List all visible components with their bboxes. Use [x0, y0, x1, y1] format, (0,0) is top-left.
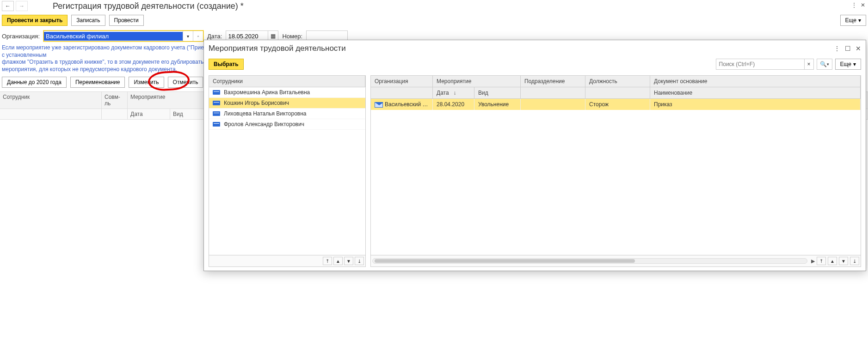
- back-button[interactable]: ←: [2, 1, 14, 11]
- col-org: Организация: [371, 76, 433, 87]
- col-dept: Подразделение: [521, 76, 585, 87]
- event-row[interactable]: Васильевский фи... 28.04.2020 Увольнение…: [371, 99, 861, 110]
- scroll-bottom-icon[interactable]: ⤓: [355, 257, 364, 265]
- col-employee: Сотрудник: [0, 92, 102, 109]
- dropdown-icon[interactable]: ▾: [183, 31, 193, 41]
- cancel-button[interactable]: Отменить: [168, 77, 203, 88]
- employees-header: Сотрудники: [209, 76, 365, 87]
- scroll-right-icon[interactable]: ▶: [811, 258, 815, 264]
- employees-panel: Сотрудники Вахромешина Арина Витальевна …: [209, 75, 366, 267]
- sort-asc-icon: ↓: [454, 90, 456, 96]
- save-button[interactable]: Записать: [71, 15, 105, 26]
- date-label: Дата:: [207, 33, 222, 40]
- close-icon[interactable]: ✕: [856, 45, 861, 52]
- col-date[interactable]: Дата ↓: [433, 87, 474, 98]
- before-2020-button[interactable]: Данные до 2020 года: [2, 77, 67, 88]
- dialog-more-button[interactable]: Еще ▾: [835, 59, 861, 70]
- select-button[interactable]: Выбрать: [209, 59, 244, 70]
- person-icon: [213, 101, 220, 105]
- employee-row[interactable]: Вахромешина Арина Витальевна: [209, 87, 365, 98]
- person-icon: [213, 90, 220, 95]
- org-field[interactable]: ▾ ▫: [43, 30, 203, 42]
- post-button[interactable]: Провести: [109, 15, 144, 26]
- scroll-up-icon[interactable]: ▲: [828, 257, 837, 265]
- org-label: Организация:: [2, 33, 40, 40]
- scroll-down-icon[interactable]: ▼: [839, 257, 848, 265]
- dialog-title: Мероприятия трудовой деятельности: [209, 44, 346, 53]
- employee-row[interactable]: Фролов Александр Викторович: [209, 119, 365, 130]
- search-icon: 🔍: [820, 61, 827, 67]
- col-event: Мероприятие: [433, 76, 521, 87]
- close-icon[interactable]: ✕: [861, 2, 865, 8]
- chevron-down-icon: ▾: [853, 61, 856, 67]
- scroll-bottom-icon[interactable]: ⤓: [850, 257, 859, 265]
- chevron-down-icon: ▾: [827, 62, 829, 67]
- edit-button[interactable]: Изменить: [129, 77, 164, 88]
- chevron-down-icon: ▾: [858, 17, 861, 24]
- page-title: Регистрация трудовой деятельности (созда…: [53, 1, 244, 11]
- col-parttime: Совм-ль: [102, 92, 128, 109]
- col-basis: Документ основание: [650, 76, 861, 87]
- scroll-top-icon[interactable]: ⤒: [323, 257, 332, 265]
- col-name: Наименование: [650, 87, 861, 98]
- search-input[interactable]: [716, 60, 804, 68]
- events-dialog: Мероприятия трудовой деятельности ⋮ ☐ ✕ …: [203, 40, 866, 271]
- col-type: Вид: [474, 87, 521, 98]
- person-icon: [213, 111, 220, 116]
- forward-button: →: [16, 1, 28, 11]
- events-panel: Организация Мероприятие Подразделение До…: [370, 75, 861, 267]
- scroll-top-icon[interactable]: ⤒: [817, 257, 826, 265]
- number-label: Номер:: [282, 33, 302, 40]
- horizontal-scrollbar[interactable]: [372, 258, 807, 264]
- scroll-up-icon[interactable]: ▲: [333, 257, 343, 265]
- person-icon: [213, 122, 220, 127]
- scroll-down-icon[interactable]: ▼: [344, 257, 353, 265]
- employee-row[interactable]: Кошкин Игорь Борисович: [209, 98, 365, 109]
- search-button[interactable]: 🔍▾: [817, 59, 832, 70]
- date-input[interactable]: [226, 32, 268, 41]
- post-and-close-button[interactable]: Провести и закрыть: [2, 15, 68, 26]
- open-icon[interactable]: ▫: [193, 31, 203, 41]
- kebab-icon[interactable]: ⋮: [834, 45, 840, 52]
- clear-search-icon[interactable]: ×: [804, 59, 813, 69]
- col-position: Должность: [585, 76, 650, 87]
- col-date: Дата: [128, 109, 170, 119]
- search-box[interactable]: ×: [716, 59, 814, 70]
- rename-button[interactable]: Переименование: [70, 77, 125, 88]
- kebab-icon[interactable]: ⋮: [851, 2, 857, 8]
- employee-row[interactable]: Лиховцева Наталья Викторовна: [209, 109, 365, 119]
- org-input[interactable]: [44, 32, 183, 41]
- document-icon: [375, 102, 383, 108]
- maximize-icon[interactable]: ☐: [845, 45, 851, 52]
- more-button[interactable]: Еще ▾: [840, 15, 866, 26]
